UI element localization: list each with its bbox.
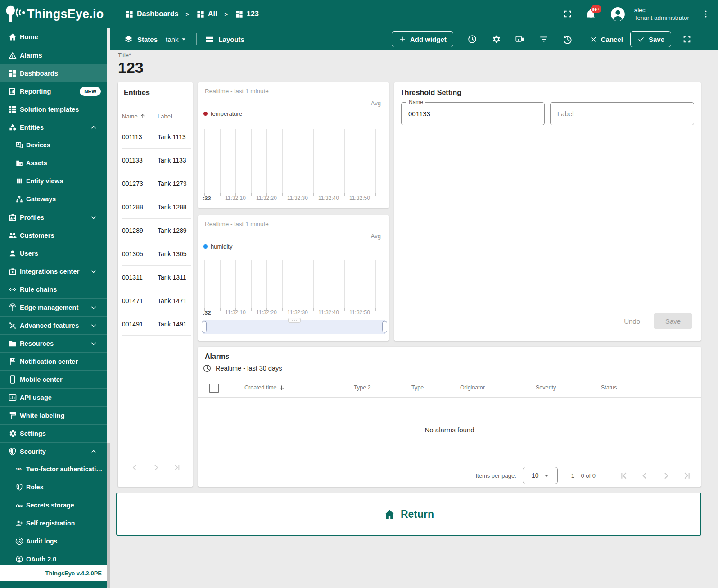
items-per-page-select[interactable]: 10: [523, 467, 558, 484]
previous-page-icon[interactable]: [639, 470, 650, 481]
table-row[interactable]: 001491Tank 1491: [122, 312, 191, 336]
sidebar-item-advanced-features[interactable]: Advanced features: [0, 316, 107, 334]
temperature-plot-area[interactable]: [203, 129, 385, 193]
threshold-name-input[interactable]: [402, 103, 544, 125]
chevron-up-icon[interactable]: [89, 123, 98, 132]
chevron-down-icon[interactable]: [89, 267, 98, 276]
state-select[interactable]: tank: [166, 35, 188, 44]
table-row[interactable]: 001273Tank 1273: [122, 172, 191, 195]
column-header-created-time[interactable]: Created time: [244, 378, 285, 397]
select-all-checkbox[interactable]: [209, 384, 219, 393]
fullscreen-icon[interactable]: [563, 9, 573, 19]
dashboard-settings-icon[interactable]: [491, 34, 501, 44]
table-row[interactable]: 001471Tank 1471: [122, 289, 191, 312]
sidebar-item-roles[interactable]: Roles: [0, 478, 107, 496]
table-row[interactable]: 001311Tank 1311: [122, 266, 191, 289]
sidebar-item-users[interactable]: Users: [0, 244, 107, 262]
table-row[interactable]: 001113Tank 1113: [122, 125, 191, 149]
first-page-icon[interactable]: [618, 470, 629, 481]
datazoom-slider[interactable]: [203, 320, 385, 334]
more-menu-icon[interactable]: [701, 9, 711, 19]
layouts-button[interactable]: Layouts: [205, 35, 244, 44]
sidebar-item-home[interactable]: Home: [0, 28, 107, 46]
dashboard-title-field[interactable]: Title* 123: [118, 52, 144, 77]
chevron-down-icon[interactable]: [89, 213, 98, 222]
breadcrumb-current-dashboard[interactable]: 123: [235, 10, 259, 18]
datazoom-grip[interactable]: [288, 318, 301, 323]
sidebar-scrollbar[interactable]: [107, 28, 110, 588]
column-header-label[interactable]: Label: [158, 113, 172, 120]
column-header-status[interactable]: Status: [601, 378, 617, 397]
chevron-down-icon[interactable]: [89, 321, 98, 330]
column-header-name[interactable]: Name: [122, 113, 158, 120]
brand-logo[interactable]: ThingsEye.io: [0, 5, 109, 23]
column-header-type-2[interactable]: Type 2: [354, 378, 371, 397]
aggregation-label[interactable]: Avg: [371, 100, 381, 107]
table-row[interactable]: 001133Tank 1133: [122, 149, 191, 172]
legend-item-humidity[interactable]: humidity: [203, 243, 232, 250]
datazoom-left-handle[interactable]: [202, 321, 207, 333]
timewindow-label[interactable]: Realtime - last 1 minute: [205, 221, 269, 227]
table-row[interactable]: 001289Tank 1289: [122, 219, 191, 242]
sidebar-item-profiles[interactable]: Profiles: [0, 208, 107, 226]
column-header-originator[interactable]: Originator: [460, 378, 485, 397]
cancel-button[interactable]: Cancel: [589, 35, 623, 44]
timewindow-label[interactable]: Realtime - last 1 minute: [205, 88, 269, 95]
sidebar-item-customers[interactable]: Customers: [0, 226, 107, 244]
sidebar-item-settings[interactable]: Settings: [0, 424, 107, 442]
sidebar-item-devices[interactable]: Devices: [0, 136, 107, 154]
column-header-severity[interactable]: Severity: [536, 378, 556, 397]
sidebar-item-integrations-center[interactable]: Integrations center: [0, 262, 107, 280]
toolbar-fullscreen-icon[interactable]: [682, 34, 692, 44]
sidebar-item-two-factor-authenticati[interactable]: 2FATwo-factor authenticati…: [0, 460, 107, 478]
sidebar-item-gateways[interactable]: Gateways: [0, 190, 107, 208]
sidebar-item-entities[interactable]: Entities: [0, 118, 107, 136]
save-button[interactable]: Save: [630, 31, 671, 47]
last-page-icon[interactable]: [682, 470, 693, 481]
sidebar-item-entity-views[interactable]: Entity views: [0, 172, 107, 190]
sidebar-item-security[interactable]: Security: [0, 442, 107, 460]
aggregation-label[interactable]: Avg: [371, 233, 381, 240]
notifications-button[interactable]: 99+: [585, 9, 596, 19]
sidebar-item-edge-management[interactable]: Edge management: [0, 298, 107, 316]
sidebar-item-white-labeling[interactable]: White labeling: [0, 406, 107, 424]
legend-item-temperature[interactable]: temperature: [203, 110, 242, 117]
column-header-type[interactable]: Type: [411, 378, 424, 397]
return-navigation-widget[interactable]: Return: [116, 493, 701, 536]
sidebar-item-dashboards[interactable]: Dashboards: [0, 64, 107, 82]
sidebar-item-resources[interactable]: Resources: [0, 334, 107, 352]
datazoom-right-handle[interactable]: [382, 321, 387, 333]
sidebar-item-reporting[interactable]: ReportingNEW: [0, 82, 107, 100]
sidebar-scrollbar-thumb[interactable]: [107, 443, 110, 588]
sidebar-item-api-usage[interactable]: API usage: [0, 388, 107, 406]
sidebar-item-assets[interactable]: Assets: [0, 154, 107, 172]
next-page-icon[interactable]: [660, 470, 672, 481]
sidebar-item-rule-chains[interactable]: Rule chains: [0, 280, 107, 298]
states-button[interactable]: States: [124, 35, 158, 44]
table-row[interactable]: 001305Tank 1305: [122, 242, 191, 266]
threshold-label-input[interactable]: [551, 103, 694, 125]
filters-icon[interactable]: [539, 34, 549, 44]
table-row[interactable]: 001288Tank 1288: [122, 195, 191, 219]
humidity-plot-area[interactable]: [203, 260, 385, 308]
user-avatar[interactable]: [610, 6, 626, 23]
entity-aliases-icon[interactable]: [515, 34, 525, 44]
chevron-down-icon[interactable]: [89, 303, 98, 312]
version-history-icon[interactable]: [563, 34, 573, 44]
sidebar-item-solution-templates[interactable]: Solution templates: [0, 100, 107, 118]
timewindow-icon[interactable]: [467, 34, 477, 44]
breadcrumb-all[interactable]: All: [196, 10, 217, 18]
sidebar-item-audit-logs[interactable]: Audit logs: [0, 532, 107, 550]
chevron-down-icon[interactable]: [89, 339, 98, 348]
add-widget-button[interactable]: Add widget: [392, 31, 453, 47]
chevron-up-icon[interactable]: [89, 447, 98, 456]
threshold-save-button[interactable]: Save: [654, 313, 692, 329]
sidebar-item-self-registration[interactable]: Self registration: [0, 514, 107, 532]
alarms-timewindow-button[interactable]: Realtime - last 30 days: [203, 364, 282, 373]
sidebar-item-mobile-center[interactable]: Mobile center: [0, 370, 107, 388]
breadcrumb-dashboards[interactable]: Dashboards: [125, 10, 178, 18]
last-page-icon[interactable]: [172, 462, 182, 473]
sidebar-item-notification-center[interactable]: Notification center: [0, 352, 107, 370]
previous-page-icon[interactable]: [130, 462, 140, 473]
sidebar-item-secrets-storage[interactable]: Secrets storage: [0, 496, 107, 514]
